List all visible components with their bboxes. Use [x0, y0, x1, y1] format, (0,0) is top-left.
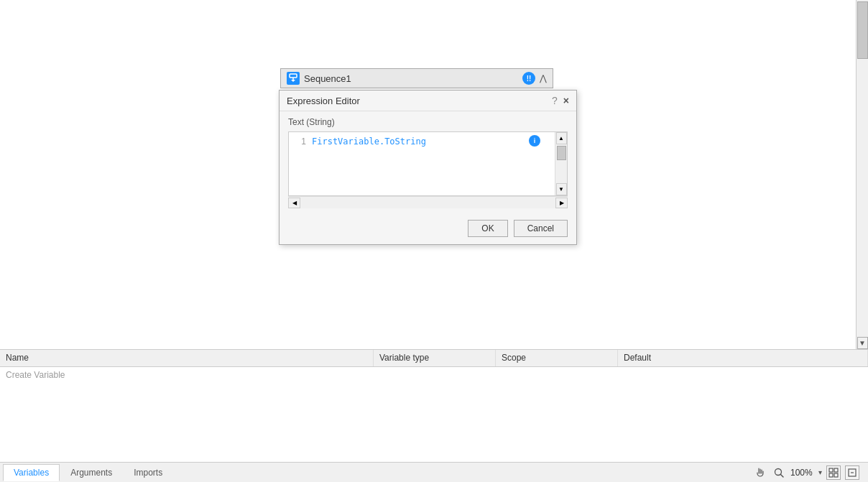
svg-rect-7 — [829, 473, 833, 477]
editor-container[interactable]: 1 FirstVariable.ToString i ▲ ▼ — [288, 131, 568, 196]
dialog-body: Text (String) 1 FirstVariable.ToString i… — [280, 111, 576, 214]
dialog-help-icon[interactable]: ? — [552, 95, 558, 106]
scrollbar-thumb[interactable] — [857, 1, 868, 59]
tabs-right-toolbar: 100% ▾ — [753, 465, 865, 480]
scrollbar-left-arrow[interactable]: ◀ — [288, 198, 300, 208]
svg-line-4 — [781, 474, 784, 477]
dialog-titlebar: Expression Editor ? × — [280, 91, 576, 111]
search-tool-icon[interactable] — [772, 465, 786, 480]
svg-rect-8 — [834, 473, 838, 477]
hand-tool-icon[interactable] — [753, 465, 767, 480]
sequence-icon — [287, 72, 300, 85]
expand-button[interactable] — [845, 465, 859, 480]
right-scrollbar[interactable]: ▼ — [856, 0, 868, 349]
dialog-title: Expression Editor — [287, 96, 360, 106]
column-header-scope: Scope — [496, 350, 618, 366]
sequence-title: Sequence1 — [304, 73, 518, 84]
tabs-left: Variables Arguments Imports — [3, 464, 173, 481]
scrollbar-down-arrow[interactable]: ▼ — [556, 183, 567, 195]
sequence-warning-icon: ! — [522, 72, 535, 85]
dialog-close-button[interactable]: × — [563, 95, 569, 106]
table-body: Create Variable — [0, 367, 868, 462]
tab-imports[interactable]: Imports — [123, 464, 173, 481]
bottom-tabs-bar: Variables Arguments Imports 100% ▾ — [0, 462, 868, 482]
dialog-type-label: Text (String) — [288, 117, 568, 127]
ok-button[interactable]: OK — [468, 220, 507, 237]
editor-line: 1 FirstVariable.ToString — [289, 135, 552, 148]
zoom-dropdown-arrow[interactable]: ▾ — [818, 468, 822, 476]
sequence-header: Sequence1 ! ⋀ — [280, 68, 553, 88]
editor-content[interactable]: 1 FirstVariable.ToString i — [289, 132, 555, 195]
canvas-area: ▼ Sequence1 ! ⋀ Expression Editor ? × — [0, 0, 868, 349]
svg-rect-0 — [290, 74, 297, 78]
scrollbar-right-arrow[interactable]: ▶ — [555, 198, 568, 208]
table-header: Name Variable type Scope Default — [0, 350, 868, 367]
zoom-value: 100% — [790, 468, 816, 478]
svg-rect-5 — [829, 468, 833, 472]
tab-arguments[interactable]: Arguments — [60, 464, 123, 481]
zoom-control: 100% ▾ — [790, 468, 822, 478]
tab-variables[interactable]: Variables — [3, 464, 60, 481]
dialog-controls: ? × — [552, 95, 569, 106]
sequence-block: Sequence1 ! ⋀ — [280, 68, 553, 88]
svg-marker-2 — [291, 80, 295, 82]
editor-info-icon: i — [529, 135, 540, 147]
fit-to-screen-button[interactable] — [826, 465, 841, 480]
dialog-footer: OK Cancel — [280, 214, 576, 244]
create-variable-link[interactable]: Create Variable — [6, 370, 65, 380]
sequence-collapse-icon[interactable]: ⋀ — [540, 73, 547, 83]
scrollbar-up-arrow[interactable]: ▲ — [556, 132, 567, 144]
scrollbar-v-thumb[interactable] — [557, 146, 566, 160]
column-header-variable-type: Variable type — [374, 350, 496, 366]
bottom-panel: Name Variable type Scope Default Create … — [0, 349, 868, 482]
cancel-button[interactable]: Cancel — [514, 220, 568, 237]
expression-editor-dialog: Expression Editor ? × Text (String) 1 Fi… — [279, 90, 577, 245]
column-header-default: Default — [618, 350, 868, 366]
editor-horizontal-scrollbar[interactable]: ◀ ▶ — [288, 196, 568, 208]
line-number: 1 — [292, 136, 306, 147]
scrollbar-arrow-down[interactable]: ▼ — [857, 337, 868, 349]
column-header-name: Name — [0, 350, 374, 366]
svg-rect-6 — [834, 468, 838, 472]
editor-code: FirstVariable.ToString — [312, 136, 426, 147]
editor-vertical-scrollbar[interactable]: ▲ ▼ — [555, 132, 567, 195]
